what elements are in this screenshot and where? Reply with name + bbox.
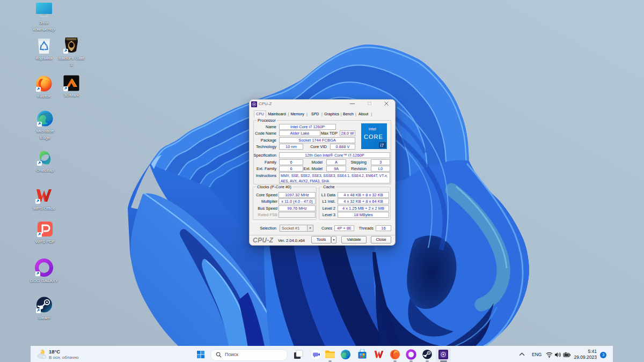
svg-text:CORE: CORE <box>364 134 383 140</box>
svg-text:intel: intel <box>369 127 376 131</box>
svg-text:i7: i7 <box>380 143 384 148</box>
